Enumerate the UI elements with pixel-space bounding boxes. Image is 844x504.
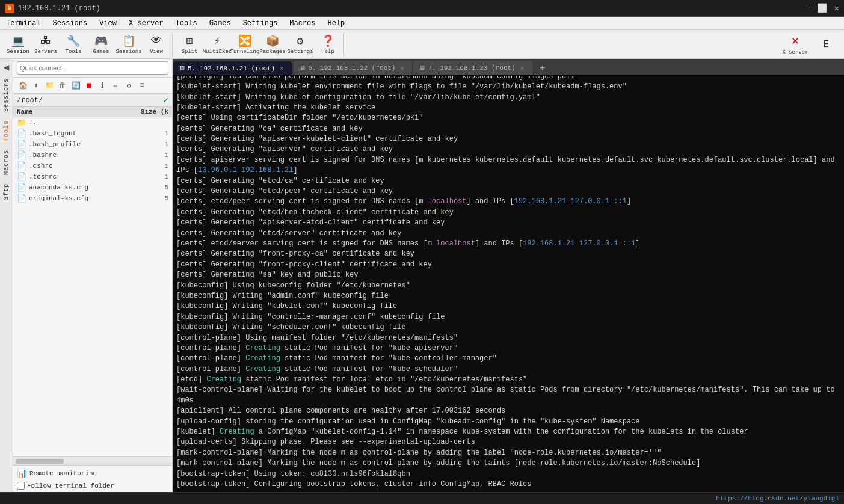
file-size: 1 [132, 162, 168, 170]
toolbar-help-btn[interactable]: ❓ Help [315, 33, 341, 56]
menu-help[interactable]: Help [322, 17, 351, 29]
minimize-button[interactable]: — [804, 3, 809, 13]
follow-terminal-checkbox[interactable] [17, 482, 25, 490]
sidebar-collapse-btn[interactable]: ◀ [4, 61, 10, 73]
file-tb-refresh[interactable]: 🔄 [70, 79, 82, 91]
search-input[interactable] [17, 61, 168, 75]
toolbar-sessions-btn[interactable]: 📋 Sessions [116, 33, 142, 56]
toolbar-session-btn[interactable]: 💻 Session [5, 33, 31, 56]
file-doc-icon: 📄 [17, 150, 26, 160]
menu-macros[interactable]: Macros [283, 17, 321, 29]
file-tb-delete[interactable]: 🗑 [57, 79, 69, 91]
maximize-button[interactable]: ⬜ [817, 3, 827, 13]
terminal-line: [upload-config] storing the configuratio… [176, 417, 840, 427]
search-area [13, 59, 172, 78]
menu-tools[interactable]: Tools [170, 17, 203, 29]
xserver-button[interactable]: ✕ X server [779, 33, 812, 56]
col-size-header: Size (k [132, 108, 168, 115]
file-toolbar: 🏠 ⬆ 📁 🗑 🔄 ⏹ ℹ ✏ ⚙ ≡ [13, 78, 172, 94]
file-hscroll[interactable] [13, 456, 172, 465]
terminal-line: [kubeconfig] Using kubeconfig folder "/e… [176, 281, 840, 291]
toolbar-packages-btn[interactable]: 📦 Packages [259, 33, 286, 56]
file-doc-icon: 📄 [17, 140, 26, 149]
toolbar-view-btn[interactable]: 👁 View [143, 33, 170, 56]
toolbar-split-btn[interactable]: ⊞ Split [176, 33, 203, 56]
file-tb-more[interactable]: ≡ [136, 79, 148, 91]
menu-games[interactable]: Games [203, 17, 237, 29]
status-url: https://blog.csdn.net/ytangdigl [716, 495, 839, 502]
file-item-dotdot[interactable]: 📁 .. [13, 117, 172, 128]
menu-terminal[interactable]: Terminal [0, 17, 47, 29]
sidebar-label-sftp[interactable]: Sftp [2, 180, 11, 204]
hscroll-thumb[interactable] [16, 459, 64, 464]
games-icon: 🎮 [94, 34, 108, 48]
new-tab-button[interactable]: + [536, 62, 549, 75]
file-item-bash_profile[interactable]: 📄 .bash_profile 1 [13, 139, 172, 150]
file-name: .cshrc [29, 162, 130, 170]
sidebar-label-tools[interactable]: Tools [2, 117, 11, 145]
file-size: 1 [132, 152, 168, 159]
xserver-icon: ✕ [792, 33, 799, 48]
app-icon: 🖥 [5, 4, 14, 13]
menu-view[interactable]: View [93, 17, 123, 29]
follow-terminal-label: Follow terminal folder [27, 482, 114, 490]
file-tb-new-folder[interactable]: 📁 [43, 79, 55, 91]
toolbar-tools-btn[interactable]: 🔧 Tools [60, 33, 87, 56]
file-item-tcshrc[interactable]: 📄 .tcshrc 1 [13, 171, 172, 182]
file-size: 1 [132, 141, 168, 148]
file-tb-home[interactable]: 🏠 [17, 79, 29, 91]
close-button[interactable]: ✕ [834, 3, 839, 13]
split-icon: ⊞ [183, 34, 196, 48]
tab-2[interactable]: 🖥 7. 192.168.1.23 (root) ✕ [413, 61, 532, 75]
file-item-anaconda[interactable]: 📄 anaconda-ks.cfg 5 [13, 182, 172, 193]
multiexec-icon: ⚡ [211, 34, 224, 48]
terminal-line: [certs] Using certificateDir folder "/et… [176, 113, 840, 123]
file-tb-settings2[interactable]: ⚙ [123, 79, 135, 91]
tab-1[interactable]: 🖥 6. 192.168.1.22 (root) ✕ [294, 61, 412, 75]
tab-close-0[interactable]: ✕ [277, 64, 286, 73]
terminal-line: [certs] Generating "sa" key and public k… [176, 270, 840, 280]
file-tb-up[interactable]: ⬆ [30, 79, 42, 91]
title-bar-controls[interactable]: — ⬜ ✕ [804, 3, 839, 13]
terminal-line: [kubelet-start] Writing kubelet configur… [176, 93, 840, 103]
file-item-bashrc[interactable]: 📄 .bashrc 1 [13, 150, 172, 161]
title-bar-left: 🖥 192.168.1.21 (root) [5, 4, 100, 13]
sidebar-label-macros[interactable]: Macros [2, 146, 11, 179]
file-tb-stop[interactable]: ⏹ [83, 79, 95, 91]
folder-icon: 📁 [17, 118, 26, 128]
file-size: 5 [132, 184, 168, 191]
terminal-line: [etcd] Creating static Pod manifest for … [176, 375, 840, 385]
left-sidebar: ◀ Sessions Tools Macros Sftp [0, 59, 13, 492]
file-item-cshrc[interactable]: 📄 .cshrc 1 [13, 161, 172, 171]
terminal-line: [apiclient] All control plane components… [176, 406, 840, 416]
toolbar-tunneling-btn[interactable]: 🔀 Tunneling [232, 33, 258, 56]
settings-icon: ⚙ [294, 34, 307, 48]
status-bar: https://blog.csdn.net/ytangdigl [0, 492, 844, 504]
tab-bar: 🖥 5. 192.168.1.21 (root) ✕ 🖥 6. 192.168.… [173, 59, 844, 76]
file-name: .tcshrc [29, 173, 130, 180]
tab-label-1: 6. 192.168.1.22 (root) [308, 64, 395, 72]
servers-icon: 🖧 [39, 34, 52, 48]
toolbar-extra-btn[interactable]: E [813, 33, 839, 56]
file-name: .bash_profile [29, 141, 130, 148]
file-tb-edit[interactable]: ✏ [109, 79, 122, 91]
file-item-bash_logout[interactable]: 📄 .bash_logout 1 [13, 128, 172, 139]
sidebar-label-sessions[interactable]: Sessions [2, 75, 11, 115]
toolbar-settings-btn[interactable]: ⚙ Settings [287, 33, 313, 56]
session-icon: 💻 [11, 34, 25, 48]
menu-settings[interactable]: Settings [237, 17, 284, 29]
toolbar-games-btn[interactable]: 🎮 Games [88, 33, 114, 56]
toolbar-multiexec-btn[interactable]: ⚡ MultiExec [204, 33, 230, 56]
terminal-line: [certs] Generating "etcd/healthcheck-cli… [176, 207, 840, 218]
tab-0[interactable]: 🖥 5. 192.168.1.21 (root) ✕ [173, 61, 292, 75]
tab-close-2[interactable]: ✕ [518, 64, 526, 72]
menu-sessions[interactable]: Sessions [47, 17, 94, 29]
menu-xserver[interactable]: X server [123, 17, 170, 29]
remote-monitoring-btn[interactable]: 📊 Remote monitoring [17, 468, 168, 478]
file-item-original-ks[interactable]: 📄 original-ks.cfg 5 [13, 193, 172, 204]
toolbar-servers-btn[interactable]: 🖧 Servers [32, 33, 59, 56]
tab-close-1[interactable]: ✕ [398, 64, 406, 72]
terminal-content[interactable]: [root@vagrant1 ~]# kubeadm init --kubern… [173, 76, 844, 492]
extra-icon: E [823, 39, 829, 50]
file-tb-info[interactable]: ℹ [96, 79, 108, 91]
